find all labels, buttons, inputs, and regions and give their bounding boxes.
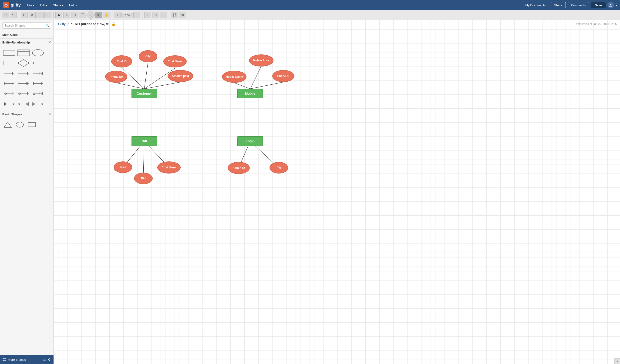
basic-shapes-grid xyxy=(0,118,53,131)
comments-button[interactable]: Comments xyxy=(568,2,589,8)
er-entity-shape[interactable] xyxy=(2,48,16,58)
attr-city[interactable]: City xyxy=(139,50,157,62)
most-used-section-header[interactable]: Most Used xyxy=(0,31,53,39)
attr-admin-id[interactable]: Admin ID xyxy=(228,162,250,174)
lock-icon[interactable]: 🔒 xyxy=(111,22,115,26)
er-conn-5[interactable] xyxy=(17,79,30,88)
entity-mobile[interactable]: Mobile xyxy=(237,89,263,98)
circle-tool[interactable]: ○ xyxy=(63,12,70,18)
er-weak-entity-shape[interactable] xyxy=(17,48,30,58)
more-shapes-bar[interactable]: More Shapes xyxy=(0,355,54,364)
ungroup-button[interactable]: ❐ xyxy=(37,12,44,18)
rect-tool[interactable]: □ xyxy=(71,12,78,18)
attr-phone-id[interactable]: Phone ID xyxy=(272,70,294,82)
rectangle-shape[interactable] xyxy=(27,121,37,129)
er-conn-6[interactable] xyxy=(31,79,45,88)
svg-rect-80 xyxy=(2,360,4,361)
entity-login[interactable]: Login xyxy=(237,136,263,146)
svg-line-71 xyxy=(234,83,250,89)
search-shapes-input[interactable] xyxy=(2,22,51,29)
attr-amount-paid[interactable]: Amount paid xyxy=(168,70,193,82)
color-button[interactable] xyxy=(171,12,178,18)
er-conn-12[interactable] xyxy=(31,99,45,109)
basic-shapes-close[interactable]: ✕ xyxy=(48,112,51,116)
scroll-arrow[interactable] xyxy=(614,358,620,364)
attr-mobile-price[interactable]: Mobile Price xyxy=(249,54,273,66)
canvas-container[interactable]: Gliffy / *ERD purchase flow, v1 🔒 Draft … xyxy=(54,20,620,364)
line-tool[interactable]: | xyxy=(86,10,95,20)
triangle-shape[interactable] xyxy=(2,121,13,129)
logo-area: gliffy xyxy=(3,2,21,8)
more-shapes-icon xyxy=(2,358,6,362)
my-documents-link[interactable]: My Documents xyxy=(525,3,545,7)
attr-cust-id[interactable]: Cust ID xyxy=(111,55,132,67)
grid-button[interactable]: ⊞ xyxy=(152,12,159,18)
er-connector-shape[interactable] xyxy=(31,58,45,68)
er-conn-3[interactable] xyxy=(31,69,45,78)
entity-bill[interactable]: Bill xyxy=(131,136,157,146)
attr-mobile-name[interactable]: Mobile Name xyxy=(222,71,247,83)
attr-phone-no[interactable]: Phone No xyxy=(105,71,127,83)
attr-bill-cust-name[interactable]: Cust Name xyxy=(157,161,181,173)
logo-text[interactable]: gliffy xyxy=(11,3,21,8)
topbar-right: My Documents ▾ Share Comments Save ▾ xyxy=(525,2,617,8)
layers-button[interactable]: ⧉ xyxy=(179,12,186,18)
layout-button[interactable]: ⚏ xyxy=(160,12,167,18)
save-button[interactable]: Save xyxy=(591,2,605,8)
add-button[interactable]: + xyxy=(144,12,151,18)
er-conn-4[interactable] xyxy=(2,79,16,88)
attr-bid[interactable]: Bid xyxy=(134,173,153,184)
redo-button[interactable]: ↪ xyxy=(10,12,17,18)
path-tool[interactable]: ⌒ xyxy=(79,12,86,18)
select-button[interactable]: ⊡ xyxy=(21,12,28,18)
logo-icon[interactable] xyxy=(3,2,9,8)
basic-shapes-section-header[interactable]: Basic Shapes ✕ xyxy=(0,110,53,118)
user-dropdown-icon[interactable]: ▾ xyxy=(616,4,617,7)
er-conn-7[interactable] xyxy=(2,89,16,98)
er-conn-9[interactable] xyxy=(31,89,45,98)
share-menu[interactable]: Share ▾ xyxy=(51,2,65,8)
share-button[interactable]: Share xyxy=(551,2,566,8)
sidebar: 🔍 Most Used Entity-Relationship ✕ xyxy=(0,20,54,364)
user-avatar[interactable] xyxy=(607,2,614,8)
svg-rect-4 xyxy=(173,15,174,17)
er-conn-10[interactable] xyxy=(2,99,16,109)
doc-title[interactable]: *ERD purchase flow, v1 xyxy=(71,22,110,26)
breadcrumb-parent[interactable]: Gliffy xyxy=(58,22,66,26)
er-attribute-shape[interactable] xyxy=(31,48,45,58)
sidebar-toggle-icon[interactable] xyxy=(47,358,51,362)
er-small-entity-shape[interactable] xyxy=(2,58,16,68)
pointer-tool[interactable]: ↖ xyxy=(95,12,102,18)
ellipse-shape[interactable] xyxy=(15,121,25,129)
zoom-in-button[interactable]: + xyxy=(114,12,121,18)
attr-cust-name[interactable]: Cust Name xyxy=(163,55,187,67)
file-menu[interactable]: File ▾ xyxy=(25,2,36,8)
zoom-level[interactable]: 75% xyxy=(121,13,133,17)
erd-connections-svg xyxy=(54,20,620,364)
svg-rect-64 xyxy=(28,122,36,127)
zoom-out-button[interactable]: − xyxy=(133,12,140,18)
group-button[interactable]: ⧉ xyxy=(29,12,36,18)
entity-customer[interactable]: Customer xyxy=(131,89,157,98)
edit-menu[interactable]: Edit ▾ xyxy=(38,2,49,8)
svg-point-63 xyxy=(16,122,24,127)
svg-marker-62 xyxy=(4,122,11,127)
attr-pw[interactable]: PW xyxy=(269,162,288,173)
sidebar-collapse-icon[interactable] xyxy=(43,358,46,362)
er-conn-1[interactable] xyxy=(2,69,16,78)
er-relationship-shape[interactable] xyxy=(17,58,30,68)
er-section-header[interactable]: Entity-Relationship ✕ xyxy=(0,39,53,46)
er-conn-8[interactable] xyxy=(17,89,30,98)
er-conn-2[interactable] xyxy=(17,69,30,78)
help-menu[interactable]: Help ▾ xyxy=(67,2,80,8)
copy-button[interactable]: ❑ xyxy=(45,12,51,18)
pan-tool[interactable]: ✋ xyxy=(103,12,110,18)
canvas[interactable]: Customer Mobile Bill Login Cust ID City … xyxy=(54,20,620,364)
undo-button[interactable]: ↩ xyxy=(2,12,9,18)
attr-price[interactable]: Price xyxy=(114,161,132,173)
draft-saved: Draft saved at Jan 29, 2018 22:36 xyxy=(575,22,617,26)
text-button[interactable]: A xyxy=(55,12,62,18)
more-shapes-label: More Shapes xyxy=(8,358,26,362)
er-conn-11[interactable] xyxy=(17,99,30,109)
er-section-close[interactable]: ✕ xyxy=(48,41,51,44)
